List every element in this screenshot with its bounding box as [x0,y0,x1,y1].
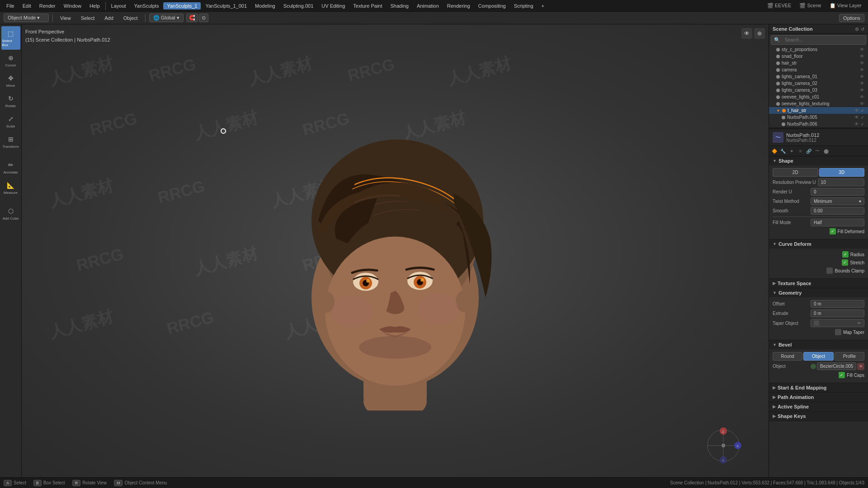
prop-icon-material[interactable]: ⬤ [822,147,830,155]
mode-selector[interactable]: Object Mode ▾ [4,14,49,22]
fill-caps-toggle[interactable]: ✓ [839,372,845,378]
eye-icon[interactable]: 👁 [860,61,864,66]
bevel-object-btn[interactable]: Object [803,352,833,361]
tab-yansculpts1[interactable]: YanSculpts_1 [163,2,201,9]
viewlayer-selector[interactable]: 📋 View Layer [826,3,865,9]
tool-add-cube[interactable]: ⬡ Add Cube [1,204,20,223]
bevel-profile-btn[interactable]: Profile [835,352,864,361]
eye-icon[interactable]: 👁 [860,74,864,79]
tool-rotate[interactable]: ↻ Rotate [1,91,20,111]
viewport[interactable]: 人人素材 RRCG 人人素材 RRCG 人人素材 RRCG 人人素材 RRCG … [22,24,769,477]
eye-icon[interactable]: 👁 [854,108,859,113]
collection-item-lights01[interactable]: lights_camera_01 👁 [769,73,868,80]
shape-section-header[interactable]: ▼ Shape [769,156,868,165]
collection-item-camera[interactable]: camera 👁 [769,66,868,73]
tab-sculpting[interactable]: Sculpting.001 [280,2,317,9]
collection-item-snad[interactable]: snad_floor 👁 [769,53,868,60]
eye-icon[interactable]: 👁 [860,47,864,52]
tab-layout[interactable]: Layout [108,2,130,9]
viewport-overlay-btn[interactable]: 👁 [741,28,752,39]
sync-icon[interactable]: ↺ [861,27,864,32]
options-btn[interactable]: Options [839,14,864,22]
tab-compositing[interactable]: Compositing [475,2,509,9]
menu-help[interactable]: Help [86,2,104,9]
eye-icon[interactable]: 👁 [854,115,859,120]
viewport-gizmo-btn[interactable]: ⊛ [754,28,765,39]
menu-window[interactable]: Window [60,2,85,9]
eye-icon[interactable]: 👁 [860,101,864,106]
smooth-value[interactable]: 0.00 [811,207,864,215]
bevel-obj-clear-btn[interactable]: ✕ [857,363,864,370]
stretch-toggle[interactable]: ✓ [842,259,848,266]
nav-gizmo[interactable]: Z X Y [705,427,741,464]
engine-selector[interactable]: 🎬 EEVEE [764,3,795,9]
bevel-header[interactable]: ▼ Bevel [769,340,868,349]
res-preview-value[interactable]: 10 [818,178,864,186]
menu-edit[interactable]: Edit [19,2,35,9]
tool-select-box[interactable]: ⬚ Select Box [1,26,20,50]
header-add[interactable]: Add [101,14,117,22]
collection-item-thairtstr[interactable]: ▼ t_hair_str 👁 ✓ [769,107,868,114]
prop-icon-physics[interactable]: ⚛ [797,147,804,155]
shape-2d-btn[interactable]: 2D [773,168,818,177]
tab-yansculpts1-001[interactable]: YanSculpts_1_001 [202,2,250,9]
taper-value[interactable]: ✏ [811,319,864,327]
map-taper-toggle[interactable] [835,329,841,335]
fill-deformed-toggle[interactable]: ✓ [830,228,836,235]
header-object[interactable]: Object [120,14,142,22]
tab-modeling[interactable]: Modeling [251,2,279,9]
eye-icon[interactable]: 👁 [860,54,864,59]
prop-icon-constraints[interactable]: 🔗 [805,147,812,155]
shape-3d-btn[interactable]: 3D [819,168,865,177]
fill-mode-value[interactable]: Half [811,219,864,226]
eye-icon[interactable]: 👁 [860,94,864,99]
texture-space-header[interactable]: ▶ Texture Space [769,279,868,288]
collection-item-oeevee-tex[interactable]: oeevee_lights_texturing 👁 [769,100,868,107]
collection-item-sty[interactable]: sty_c_proportions 👁 [769,46,868,53]
menu-render[interactable]: Render [36,2,59,9]
proportional-btn[interactable]: ⊙ [199,14,208,22]
tab-shading[interactable]: Shading [387,2,412,9]
search-bar[interactable]: 🔍 [771,35,866,45]
collection-item-lights03[interactable]: lights_camera_03 👁 [769,87,868,94]
active-spline-header[interactable]: ▶ Active Spline [769,402,868,411]
tool-transform[interactable]: ⊞ Transform [1,132,20,151]
tool-scale[interactable]: ⤢ Scale [1,112,20,131]
tool-cursor[interactable]: ⊕ Cursor [1,51,20,70]
tab-add[interactable]: + [538,2,548,9]
transform-space[interactable]: 🌐 Global ▾ [149,14,184,22]
start-end-header[interactable]: ▶ Start & End Mapping [769,383,868,392]
tab-uv[interactable]: UV Editing [318,2,349,9]
prop-icon-modifier[interactable]: 🔧 [779,147,787,155]
collection-item-nurbs005[interactable]: NurbsPath.005 👁 ✓ [769,114,868,121]
tab-texture[interactable]: Texture Paint [349,2,386,9]
tool-annotate[interactable]: ✏ Annotate [1,158,20,177]
radius-toggle[interactable]: ✓ [842,251,849,258]
check-icon[interactable]: ✓ [861,108,864,113]
geometry-header[interactable]: ▼ Geometry [769,288,868,297]
tab-animation[interactable]: Animation [413,2,443,9]
check-icon[interactable]: ✓ [861,115,864,120]
eye-icon[interactable]: 👁 [854,122,859,127]
path-animation-header[interactable]: ▶ Path Animation [769,393,868,402]
tool-measure[interactable]: 📐 Measure [1,178,20,197]
header-view[interactable]: View [57,14,75,22]
extrude-value[interactable]: 0 m [811,310,864,317]
scene-selector[interactable]: 🎬 Scene [796,3,825,9]
bounds-clamp-toggle[interactable] [826,267,833,274]
snap-btn[interactable]: 🧲 [186,14,198,22]
search-input[interactable] [782,37,863,43]
collection-item-lights02[interactable]: lights_camera_02 👁 [769,80,868,87]
shape-keys-header[interactable]: ▶ Shape Keys [769,412,868,421]
collection-item-nurbs006[interactable]: NurbsPath.006 👁 ✓ [769,121,868,127]
tab-scripting[interactable]: Scripting [510,2,537,9]
eye-icon[interactable]: 👁 [860,88,864,93]
prop-icon-particles[interactable]: ✦ [788,147,795,155]
render-u-value[interactable]: 0 [811,188,864,196]
collection-item-hair[interactable]: hair_str 👁 [769,60,868,66]
eye-icon[interactable]: 👁 [860,67,864,72]
offset-value[interactable]: 0 m [811,300,864,308]
tab-rendering[interactable]: Rendering [443,2,474,9]
filter-icon[interactable]: ⚙ [855,27,859,32]
twist-value[interactable]: Minimum ▾ [811,197,864,205]
